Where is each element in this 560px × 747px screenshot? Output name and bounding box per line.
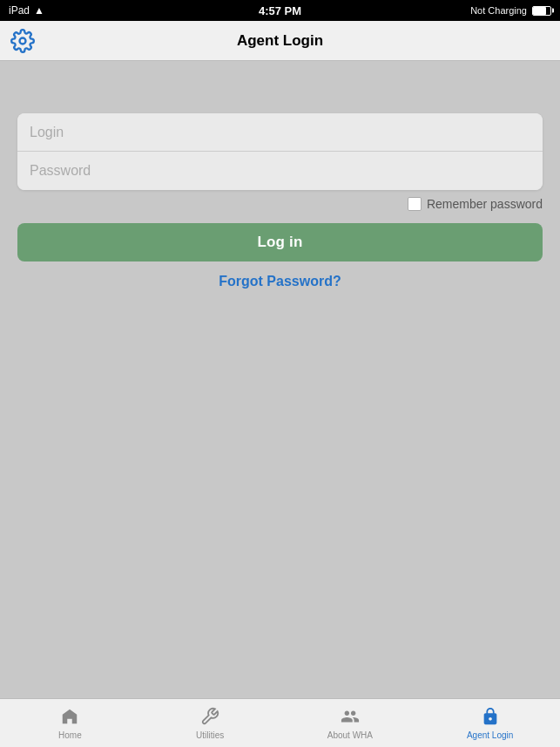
tab-bar: Home Utilities About WHA Agent Login bbox=[0, 698, 560, 747]
tab-agent-login-label: Agent Login bbox=[467, 731, 513, 740]
nav-left-button[interactable] bbox=[10, 29, 35, 53]
tab-home[interactable]: Home bbox=[0, 699, 140, 747]
remember-checkbox[interactable] bbox=[408, 197, 422, 211]
remember-row: Remember password bbox=[17, 197, 543, 211]
tab-about-wha-label: About WHA bbox=[327, 731, 373, 740]
tab-utilities-label: Utilities bbox=[196, 731, 224, 740]
tab-about-wha[interactable]: About WHA bbox=[280, 699, 421, 747]
charging-label: Not Charging bbox=[470, 5, 527, 16]
status-bar-right: Not Charging bbox=[470, 5, 551, 16]
status-bar-time: 4:57 PM bbox=[259, 4, 301, 17]
password-input[interactable] bbox=[17, 152, 543, 190]
tab-agent-login[interactable]: Agent Login bbox=[420, 699, 560, 747]
status-bar-left: iPad ▲ bbox=[9, 4, 44, 17]
device-label: iPad bbox=[9, 4, 30, 17]
tab-home-label: Home bbox=[58, 731, 82, 740]
about-wha-icon bbox=[341, 707, 360, 730]
remember-label: Remember password bbox=[427, 197, 543, 211]
battery-icon bbox=[532, 6, 551, 16]
tab-utilities[interactable]: Utilities bbox=[140, 699, 280, 747]
utilities-icon bbox=[200, 707, 219, 730]
agent-login-icon bbox=[481, 707, 500, 730]
settings-icon[interactable] bbox=[10, 29, 35, 53]
main-content: Remember password Log in Forgot Password… bbox=[0, 61, 560, 698]
svg-point-0 bbox=[20, 37, 26, 44]
home-icon bbox=[60, 707, 79, 730]
login-button[interactable]: Log in bbox=[17, 223, 543, 261]
nav-title: Agent Login bbox=[237, 32, 323, 50]
login-form: Remember password Log in Forgot Password… bbox=[17, 113, 543, 289]
status-bar: iPad ▲ 4:57 PM Not Charging bbox=[0, 0, 560, 21]
forgot-password-button[interactable]: Forgot Password? bbox=[17, 274, 543, 289]
nav-bar: Agent Login bbox=[0, 21, 560, 61]
input-group bbox=[17, 113, 543, 190]
wifi-icon: ▲ bbox=[34, 4, 44, 17]
login-input[interactable] bbox=[17, 113, 543, 152]
